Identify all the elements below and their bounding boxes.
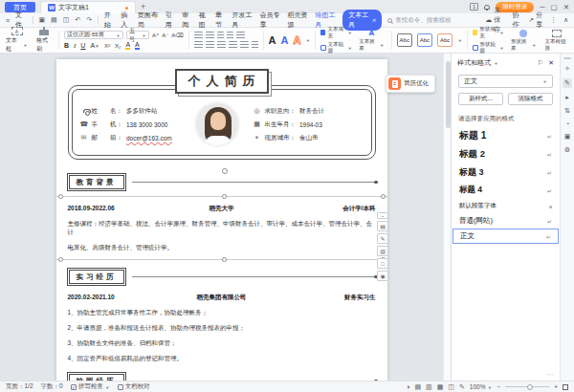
settings-gear-icon[interactable]: ⚙ [564, 146, 570, 154]
share-button[interactable]: ↗ 分享 [528, 11, 543, 30]
clear-format-button[interactable]: A⌫ [171, 32, 184, 38]
redo-icon[interactable]: ↷ [86, 16, 92, 24]
preview-icon[interactable]: ◫ [63, 16, 70, 24]
rotate-handle[interactable] [222, 168, 228, 174]
style-item-heading2[interactable]: 标题 2 ↵ [452, 145, 560, 163]
print-icon[interactable]: ▤ [51, 16, 57, 24]
shrink-font-button[interactable]: A⁻ [162, 32, 168, 38]
window-count-badge[interactable]: 1 [470, 3, 478, 11]
bell-icon[interactable] [484, 5, 490, 10]
menu-member[interactable]: 会员专享 [260, 11, 282, 30]
menu-review[interactable]: 审阅 [182, 11, 192, 30]
proofread-toggle[interactable]: 文档校对 [118, 382, 150, 391]
zoom-slider[interactable] [505, 386, 549, 387]
write-mode-icon[interactable]: ▥ [426, 383, 432, 391]
document-page[interactable]: 个人简历 姓 名： 多多软件站 ☎ 手 机： 138 3000 3000 [56, 59, 387, 381]
paragraph-mark-icon[interactable] [236, 32, 245, 39]
wordart-preset-blue[interactable]: A [281, 35, 289, 46]
wordart-gallery-caret-icon[interactable]: ▼ [305, 38, 310, 43]
selection-handle[interactable] [58, 194, 63, 199]
wordart-preset-black[interactable]: A [269, 35, 276, 46]
page-indicator[interactable]: 页面：1/2 [6, 382, 33, 391]
close-icon[interactable]: ✕ [372, 17, 376, 23]
style-item-heading1[interactable]: 标题 1 ↵ [452, 126, 560, 145]
style-item-body-selected[interactable]: 正文 ↵ [453, 229, 559, 244]
undo-icon[interactable]: ↶ [75, 16, 80, 24]
section-internship-heading[interactable]: 实习经历 [66, 268, 378, 286]
underline-button[interactable]: U [80, 42, 85, 49]
textbox-link-button[interactable]: 文本框链接 [543, 30, 570, 52]
textbox-style-plain[interactable]: Abc [397, 33, 412, 47]
subscript-button[interactable]: X₂ [115, 43, 121, 49]
menu-dev-tools[interactable]: 开发工具 [232, 11, 254, 30]
profile-photo[interactable] [194, 101, 240, 147]
wordart-preset-orange[interactable]: A [293, 35, 300, 46]
bold-button[interactable]: B [64, 42, 69, 49]
textbox-style-orange[interactable]: Abc [437, 33, 453, 47]
numbered-list-icon[interactable] [206, 32, 214, 39]
shape-fill-button[interactable]: 形状填充▼ [473, 26, 504, 39]
command-search-input[interactable]: 查找命令、搜索模板 [387, 16, 479, 25]
eye-protect-icon[interactable]: ◑ [406, 383, 409, 390]
shape-effects-button[interactable]: 形状效果▼ [509, 30, 539, 52]
selection-handle[interactable] [222, 257, 227, 262]
highlight-color-button[interactable]: A [125, 41, 130, 50]
scrollbar-thumb[interactable] [446, 61, 451, 128]
current-style-select[interactable]: 正文 ▼ [458, 75, 553, 88]
history-icon[interactable]: ◔ [565, 120, 569, 127]
textbox-style-gallery-caret-icon[interactable]: ▼ [457, 38, 462, 43]
superscript-button[interactable]: X² [104, 43, 110, 49]
select-tool-icon[interactable]: ▸ [565, 94, 569, 101]
menu-section[interactable]: 章节 [215, 11, 226, 30]
zoom-out-button[interactable]: − [497, 383, 500, 390]
clear-format-button[interactable]: 清除格式 [508, 93, 553, 105]
mini-highlighter-button[interactable]: ▨ [377, 246, 388, 256]
fullscreen-icon[interactable] [563, 384, 568, 390]
text-effects-button[interactable]: A 文本效果▼ [357, 29, 386, 52]
bullet-list-icon[interactable] [194, 32, 203, 39]
selection-handle[interactable] [381, 194, 386, 199]
textbox-style-blue[interactable]: Abc [417, 33, 432, 47]
menu-page-layout[interactable]: 页面布局 [138, 11, 160, 30]
image-tool-icon[interactable]: ▣ [564, 133, 571, 141]
education-textbox-selected[interactable]: 2018.09-2022.06 稻壳大学 会计学/本科 主修课程：经济学基础、税… [56, 196, 387, 260]
increase-indent-icon[interactable] [227, 32, 233, 39]
align-left-icon[interactable] [194, 41, 203, 49]
italic-button[interactable]: I [74, 42, 76, 50]
mini-tip-button[interactable]: ◉ [377, 271, 388, 281]
vertical-scrollbar[interactable] [443, 54, 451, 381]
zoom-slider-thumb[interactable] [527, 384, 533, 390]
new-style-button[interactable]: 新样式... [458, 93, 503, 105]
document-canvas[interactable]: 个人简历 姓 名： 多多软件站 ☎ 手 机： 138 3000 3000 [0, 54, 443, 381]
align-right-icon[interactable] [217, 41, 226, 49]
word-count[interactable]: 字数：0 [41, 382, 63, 391]
justify-icon[interactable] [229, 41, 237, 49]
save-icon[interactable]: ▣ [38, 16, 45, 24]
text-fill-button[interactable]: 文本填充▼ [320, 26, 352, 39]
insert-textbox-button[interactable]: A 文本框▼ [4, 27, 30, 54]
style-item-heading3[interactable]: 标题 3 ↵ [452, 163, 560, 182]
font-name-select[interactable]: 汉仪正圆-55简▼ [64, 31, 123, 39]
zoom-level[interactable]: 100%▼ [470, 383, 493, 390]
mini-shape-button[interactable]: □ [377, 258, 388, 269]
mini-pen-button[interactable]: ✎ [377, 233, 388, 244]
sidebar-drag-handle[interactable] [563, 57, 571, 59]
grow-font-button[interactable]: A⁺ [152, 32, 159, 38]
section-education-heading[interactable]: 教育背景 [66, 173, 378, 191]
mini-collapse-button[interactable]: − [377, 212, 388, 219]
menu-view[interactable]: 视图 [199, 11, 210, 30]
resume-optimize-button[interactable]: 简历优化 [386, 75, 435, 93]
distribute-icon[interactable] [240, 41, 249, 49]
selection-handle[interactable] [222, 194, 227, 199]
text-outline-button[interactable]: 文本轮廓▼ [320, 41, 352, 54]
section-campus-heading[interactable]: 校园经历 [66, 372, 378, 381]
ink-mode-icon[interactable]: ✎ [459, 383, 465, 391]
read-mode-icon[interactable]: ▤ [414, 383, 421, 391]
profile-card[interactable]: 姓 名： 多多软件站 ☎ 手 机： 138 3000 3000 ✉ 邮 箱： d… [68, 85, 376, 160]
menu-docer[interactable]: 稻壳资源 [287, 11, 309, 30]
line-spacing-icon[interactable] [252, 41, 258, 49]
shape-outline-button[interactable]: 形状轮廓▼ [473, 41, 504, 54]
font-color-menu-button[interactable]: A▼ [90, 42, 99, 49]
outline-view-icon[interactable]: ◫ [448, 383, 454, 391]
text-color-button[interactable]: A [135, 41, 140, 50]
